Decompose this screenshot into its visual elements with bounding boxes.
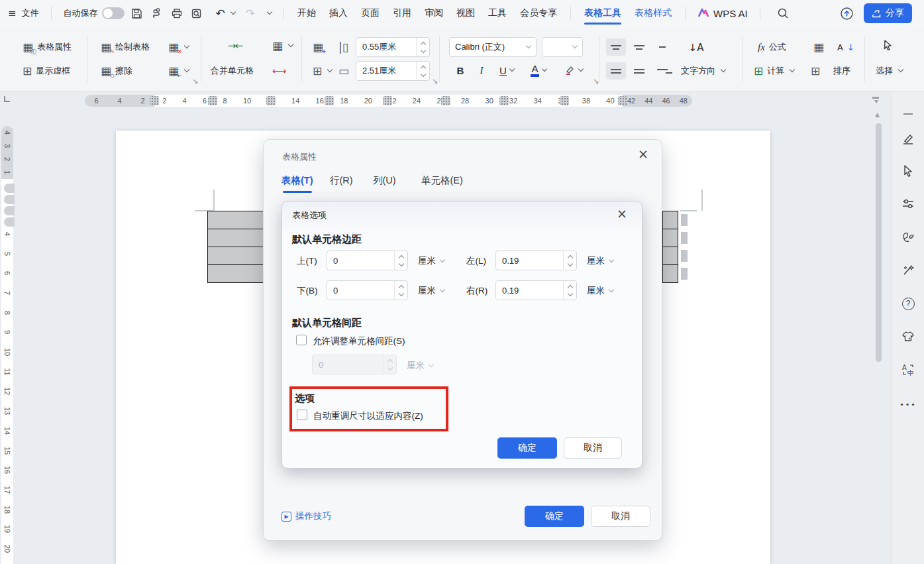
- formula-button[interactable]: fx 公式: [754, 38, 790, 56]
- autosave-toggle[interactable]: [102, 7, 125, 19]
- table-layout-button[interactable]: ▦: [268, 36, 297, 55]
- margin-bottom-unit-select[interactable]: 厘米: [418, 285, 444, 297]
- vertical-ruler[interactable]: 4321 4567891011121314151617181920: [0, 108, 15, 564]
- toolbar-options-button[interactable]: [260, 4, 277, 23]
- table-row[interactable]: [207, 211, 264, 229]
- dialog-launcher-icon[interactable]: ↘: [432, 77, 438, 85]
- font-color-button[interactable]: A: [525, 61, 552, 80]
- table-properties-button[interactable]: ▦ⓘ 表格属性: [19, 38, 76, 56]
- margin-right-input[interactable]: 0.19: [495, 280, 577, 300]
- close-icon[interactable]: ×: [617, 207, 627, 220]
- table-style-options-button[interactable]: ▦✦: [309, 38, 327, 56]
- row-height-stepper[interactable]: [416, 62, 429, 80]
- row-marker-icon[interactable]: [4, 184, 15, 193]
- calculate-button[interactable]: ⊞ 计算: [750, 62, 798, 80]
- print-icon[interactable]: [170, 6, 184, 21]
- magic-wand-icon[interactable]: [899, 262, 917, 279]
- column-marker-icon[interactable]: [150, 96, 159, 105]
- help-icon[interactable]: ?: [899, 295, 917, 312]
- dialog-cancel-button[interactable]: 取消: [591, 506, 650, 527]
- tab-table-tools[interactable]: 表格工具: [578, 0, 628, 27]
- tab-insert[interactable]: 插入: [323, 0, 354, 27]
- margin-left-unit-select[interactable]: 厘米: [587, 255, 613, 267]
- row-height-input[interactable]: 2.51厘米: [356, 61, 430, 81]
- font-name-select[interactable]: Calibri (正文): [449, 37, 537, 57]
- tab-review[interactable]: 审阅: [418, 0, 450, 27]
- table-row[interactable]: [662, 264, 678, 283]
- margin-left-stepper[interactable]: [563, 251, 576, 270]
- close-icon[interactable]: ×: [638, 148, 648, 160]
- convert-table-button[interactable]: ⊞: [807, 62, 824, 80]
- align-top-center-button[interactable]: [629, 38, 649, 56]
- redo-button[interactable]: ↷: [240, 4, 260, 23]
- merge-cells-button[interactable]: 合并单元格: [207, 62, 258, 80]
- pen-signature-icon[interactable]: [899, 131, 917, 148]
- tab-row[interactable]: 行(R): [330, 170, 353, 190]
- theme-skin-icon[interactable]: [899, 328, 917, 345]
- column-width-stepper[interactable]: [416, 38, 429, 56]
- bold-button[interactable]: B: [452, 61, 469, 80]
- autosave-control[interactable]: 自动保存: [58, 4, 130, 23]
- merge-direction-icon[interactable]: →←: [224, 36, 246, 55]
- column-width-input[interactable]: 0.55厘米: [356, 37, 430, 57]
- dialog-launcher-icon[interactable]: ↘: [192, 77, 198, 85]
- tab-table-style[interactable]: 表格样式: [628, 0, 678, 27]
- margin-top-input[interactable]: 0: [327, 251, 408, 270]
- translate-icon[interactable]: A中: [899, 361, 917, 378]
- cursor-select-icon[interactable]: [899, 162, 917, 180]
- table-row[interactable]: [662, 247, 678, 265]
- scrollbar-thumb[interactable]: [876, 123, 882, 362]
- print-preview-icon[interactable]: [189, 6, 204, 21]
- ruler-toggle-icon[interactable]: [872, 97, 880, 105]
- italic-button[interactable]: I: [473, 61, 490, 80]
- row-marker-icon[interactable]: [4, 217, 15, 227]
- text-direction-button[interactable]: 文字方向: [677, 62, 729, 80]
- wps-ai-button[interactable]: WPS AI: [692, 4, 753, 23]
- tab-page[interactable]: 页面: [354, 0, 386, 27]
- column-marker-icon[interactable]: [618, 96, 627, 105]
- distribute-rows-button[interactable]: ⊞: [309, 62, 336, 80]
- column-marker-icon[interactable]: [266, 96, 276, 105]
- margin-bottom-stepper[interactable]: [394, 281, 407, 300]
- margin-right-unit-select[interactable]: 厘米: [587, 285, 613, 297]
- align-bottom-center-button[interactable]: [629, 62, 649, 80]
- tab-table[interactable]: 表格(T): [282, 170, 313, 190]
- tab-tools[interactable]: 工具: [482, 0, 513, 27]
- search-icon[interactable]: [776, 6, 791, 21]
- margin-right-stepper[interactable]: [563, 281, 576, 300]
- upload-icon[interactable]: [840, 6, 854, 21]
- align-top-left-button[interactable]: [606, 38, 626, 56]
- column-marker-icon[interactable]: [441, 96, 450, 105]
- sort-button[interactable]: 排序: [829, 62, 854, 80]
- options-cancel-button[interactable]: 取消: [564, 437, 622, 459]
- allow-spacing-checkbox[interactable]: [296, 335, 307, 345]
- settings-sliders-icon[interactable]: [899, 196, 917, 213]
- tab-cell[interactable]: 单元格(E): [421, 170, 463, 190]
- tab-column[interactable]: 列(U): [373, 170, 396, 190]
- align-top-right-button[interactable]: [652, 38, 672, 56]
- collapse-pane-icon[interactable]: [899, 105, 917, 123]
- column-marker-icon[interactable]: [208, 96, 217, 105]
- horizontal-ruler[interactable]: 642 246810121416182022242628303234363840…: [0, 93, 924, 108]
- column-marker-icon[interactable]: [499, 96, 509, 105]
- eraser-button[interactable]: ▦◇ 擦除: [97, 62, 136, 80]
- margin-left-input[interactable]: 0.19: [495, 251, 577, 270]
- undo-button[interactable]: ↶: [211, 4, 240, 23]
- dialog-launcher-icon[interactable]: ↘: [593, 77, 599, 85]
- table-row[interactable]: [207, 264, 264, 283]
- margin-top-unit-select[interactable]: 厘米: [418, 255, 444, 267]
- column-marker-icon[interactable]: [383, 96, 392, 105]
- row-marker-icon[interactable]: [4, 206, 15, 215]
- delete-cells-button[interactable]: ▦✕: [164, 38, 193, 56]
- table-row[interactable]: [662, 211, 678, 229]
- split-cells-button[interactable]: ←→: [268, 62, 289, 80]
- show-gridlines-button[interactable]: ⊞ 显示虚框: [19, 62, 74, 80]
- save-icon[interactable]: [130, 6, 144, 21]
- table-row[interactable]: [207, 247, 264, 265]
- select-button[interactable]: 选择: [872, 62, 907, 80]
- font-size-select[interactable]: [542, 37, 583, 57]
- tab-view[interactable]: 视图: [450, 0, 482, 27]
- column-marker-icon[interactable]: [325, 96, 334, 105]
- row-marker-icon[interactable]: [4, 195, 15, 204]
- draw-table-button[interactable]: ▦✎ 绘制表格: [97, 38, 154, 56]
